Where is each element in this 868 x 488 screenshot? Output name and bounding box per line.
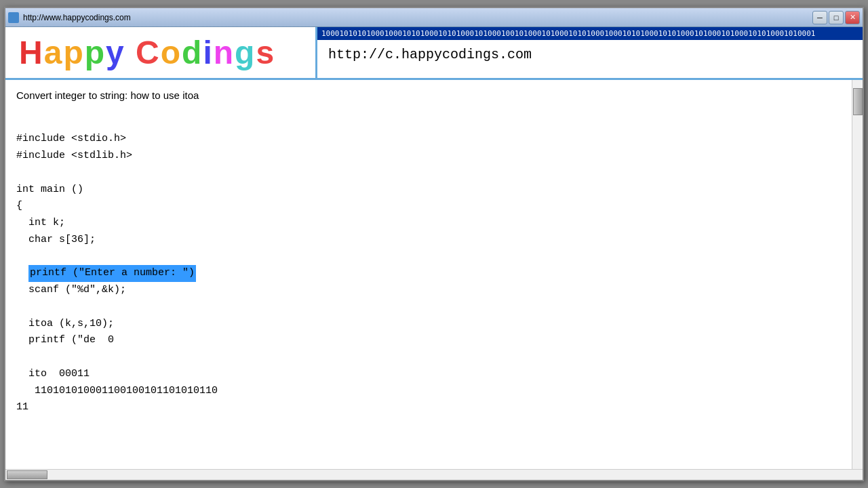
code-line-brace-open: { <box>16 198 841 215</box>
logo-d: d <box>182 35 203 70</box>
minimize-button[interactable]: ─ <box>812 11 827 24</box>
content-wrapper: Convert integer to string: how to use it… <box>5 80 863 469</box>
code-line-blank4 <box>16 349 841 366</box>
logo-g: g <box>235 35 256 70</box>
code-line-main: int main () <box>16 182 841 199</box>
code-line-blank1 <box>16 165 841 182</box>
title-bar-left: http://www.happycodings.com <box>8 12 131 23</box>
code-line-blank2 <box>16 249 841 266</box>
code-line-scanf: scanf ("%d",&k); <box>16 282 841 299</box>
logo-h: H <box>19 35 44 70</box>
code-line-11: 11 <box>16 399 841 416</box>
title-bar-text: http://www.happycodings.com <box>23 13 131 22</box>
browser-window: http://www.happycodings.com ─ □ ✕ Happy … <box>4 7 864 481</box>
horizontal-scrollbar[interactable] <box>5 469 863 480</box>
highlighted-printf: printf ("Enter a number: ") <box>28 265 196 282</box>
url-bar: http://c.happycodings.com <box>317 40 863 69</box>
code-line-include1: #include <stdio.h> <box>16 131 841 148</box>
logo-n: n <box>214 35 235 70</box>
code-line-binary: 110101010001100100101101010110 <box>16 383 841 400</box>
logo-section: Happy Codings <box>5 27 317 78</box>
h-scrollbar-thumb[interactable] <box>7 470 47 479</box>
logo-s2: s <box>256 35 275 70</box>
browser-icon <box>8 12 19 23</box>
logo-o: o <box>161 35 182 70</box>
url-text: http://c.happycodings.com <box>328 47 532 62</box>
code-line-blank3 <box>16 299 841 316</box>
code-line-printf-de: printf ("de 0 <box>16 332 841 349</box>
logo-a: a <box>44 35 64 70</box>
logo-i: i <box>203 35 213 70</box>
close-button[interactable]: ✕ <box>845 11 860 24</box>
code-line-char-s: char s[36]; <box>16 232 841 249</box>
logo-c: C <box>136 35 161 70</box>
code-line-int-k: int k; <box>16 215 841 232</box>
binary-strip: 1000101010100010001010100010101000101000… <box>317 27 863 40</box>
scrollbar-thumb[interactable] <box>853 88 863 115</box>
code-line <box>16 115 841 131</box>
code-line-include2: #include <stdlib.h> <box>16 148 841 165</box>
logo-p2: p <box>85 35 106 70</box>
page-title: Convert integer to string: how to use it… <box>16 88 841 104</box>
logo-y: y <box>106 35 125 70</box>
logo: Happy Codings <box>19 34 275 71</box>
right-header: 1000101010100010001010100010101000101000… <box>317 27 863 78</box>
code-block: #include <stdio.h> #include <stdlib.h> i… <box>16 115 841 417</box>
logo-p1: p <box>63 35 84 70</box>
vertical-scrollbar[interactable] <box>852 80 863 469</box>
site-header: Happy Codings 10001010101000100010101000… <box>5 27 863 80</box>
code-line-ito: ito 00011 <box>16 366 841 383</box>
maximize-button[interactable]: □ <box>829 11 844 24</box>
code-line-printf: printf ("Enter a number: ") <box>16 265 841 282</box>
title-bar-buttons: ─ □ ✕ <box>812 11 860 24</box>
code-line-itoa: itoa (k,s,10); <box>16 316 841 333</box>
title-bar: http://www.happycodings.com ─ □ ✕ <box>5 8 863 27</box>
content-area[interactable]: Convert integer to string: how to use it… <box>5 80 852 469</box>
